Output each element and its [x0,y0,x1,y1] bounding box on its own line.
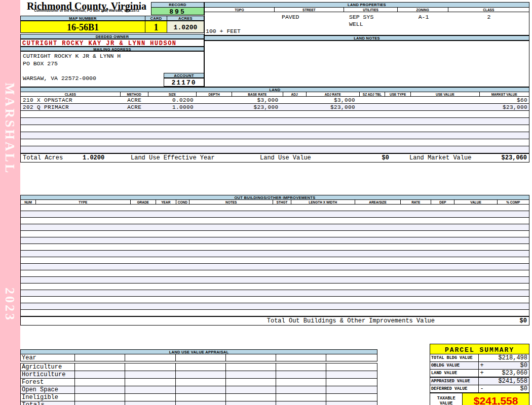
land-notes-header: LAND NOTES [204,35,529,40]
row-label: Forest [21,379,75,386]
land-use-appraisal-table: LAND USE VALUE APPRAISAL Year Agricultur… [20,349,377,405]
summary-row-deferred: DEFERRED VALUE -$0 [430,385,529,393]
land-row: 210 X OPNSTACR ACRE 0.0200 $3,000 $3,000… [21,97,529,104]
out-buildings-body [20,205,529,316]
acres-header: ACRES [167,16,204,21]
card-header: CARD [145,16,167,21]
empty-row [21,303,529,310]
appraisal-row: Horticulture [21,371,377,379]
row-label: Ineligible [21,394,75,401]
col-value: VALUE [454,200,497,204]
empty-row [21,277,529,284]
cell-class: 210 X OPNSTACR [21,97,121,103]
col-size: SIZE [148,92,197,96]
land-use-appraisal-header: LAND USE VALUE APPRAISAL [20,349,377,354]
cell-base-rate: $3,000 [232,97,283,103]
empty-row [21,310,529,316]
taxable-label: TAXABLE VALUE [430,393,463,405]
summary-row-total-bldg: TOTAL BLDG VALUE $218,498 [430,354,529,362]
cell-adj-rate: $23,000 [307,104,360,110]
col-area-size: AREA/SIZE [355,200,401,204]
empty-row [21,224,529,231]
col-utilities: UTILITIES [344,8,398,12]
empty-row [21,205,529,211]
empty-row [21,211,529,218]
land-properties-panel: LAND PROPERTIES TOPO STREET UTILITIES ZO… [204,2,529,35]
land-use-effective-year-label: Land Use Effective Year [131,154,260,161]
total-acres-value: 1.0200 [83,154,131,161]
out-buildings-total-label: Total Out Buildings & Other Improvements… [267,317,435,325]
empty-row [21,118,529,125]
summary-row-land: LAND VALUE +$23,060 [430,370,529,378]
cell-market-value: $23,000 [480,104,529,110]
empty-row [21,218,529,224]
col-dep: DEP [431,200,454,204]
appraisal-row: Open Space [21,386,377,394]
map-number-value: 16-56B1 [20,21,145,33]
row-label: OBLDG VALUE [430,362,479,369]
cell-method: ACRE [121,104,148,110]
col-market-value: MARKET VALUE [480,92,529,96]
row-label: Agriculture [21,363,75,371]
out-buildings-header: OUT BUILDINGS/OTHER IMPROVEMENTS [20,195,529,200]
frontage-value: 100 + FEET [206,28,241,34]
col-topo: TOPO [205,8,275,12]
cell-market-value: $60 [480,97,529,103]
utilities-value-2: WELL [349,21,363,27]
land-totals-row: Total Acres 1.0200 Land Use Effective Ye… [20,153,529,163]
empty-row [21,237,529,244]
row-sign: + [480,370,484,377]
utilities-value-1: SEP SYS [349,14,373,20]
land-notes-panel [204,40,529,87]
row-value: $218,498 [498,354,527,361]
out-buildings-total-row: Total Out Buildings & Other Improvements… [20,316,529,326]
land-properties-columns: TOPO STREET UTILITIES ZONING CLASS [205,8,529,12]
row-sign: + [480,362,484,369]
row-label: Horticulture [21,371,75,378]
land-table-header: LAND [20,87,529,92]
appraisal-row: Agriculture [21,363,377,371]
empty-row [21,297,529,303]
parcel-summary-header: PARCEL SUMMARY [430,344,529,354]
empty-row [21,146,529,153]
col-sthgt: STHGT [273,200,291,204]
zoning-value: A-1 [398,14,449,20]
appraisal-year-row: Year [20,354,377,361]
col-rate: RATE [401,200,431,204]
out-buildings-columns: NUM TYPE GRADE YEAR COND NOTES STHGT LEN… [20,200,529,205]
row-value: $0 [520,362,527,369]
row-sign: - [480,385,484,392]
sidebar-strip: MARSHALL 2023 [0,0,20,405]
land-use-value: $0 [326,154,389,161]
empty-row [21,270,529,277]
col-use-value: USE VALUE [411,92,479,96]
cell-adj-rate: $3,000 [307,97,360,103]
class-value: 2 [449,14,529,20]
row-label: DEFERRED VALUE [430,385,479,392]
land-use-value-label: Land Use Value [260,154,326,161]
empty-row [21,257,529,264]
col-notes: NOTES [189,200,273,204]
land-market-value: $23,060 [471,154,529,161]
property-record-card: MARSHALL 2023 Richmond County, Virginia … [0,0,532,405]
totals-label: Totals [21,401,75,405]
out-buildings-total-value: $0 [435,317,529,325]
cell-method: ACRE [121,97,148,103]
row-value: $0 [520,385,527,392]
record-value: 895 [151,7,204,15]
cell-size: 0.0200 [148,97,197,103]
land-properties-header: LAND PROPERTIES [205,3,529,8]
street-value: PAVED [282,14,299,20]
col-adj-rate: ADJ RATE [307,92,360,96]
appraisal-row: Forest [21,379,377,386]
account-header: ACCOUNT [164,73,204,78]
empty-row [21,284,529,290]
acres-value: 1.0200 [167,21,204,33]
appraisal-body: Agriculture Horticulture Forest Open Spa… [20,363,377,405]
empty-row [21,231,529,237]
row-label: TOTAL BLDG VALUE [430,354,479,361]
row-label: Open Space [21,386,75,393]
col-length-width: LENGTH X WIDTH [291,200,355,204]
col-class: CLASS [448,8,529,12]
card-value: 1 [145,21,167,33]
